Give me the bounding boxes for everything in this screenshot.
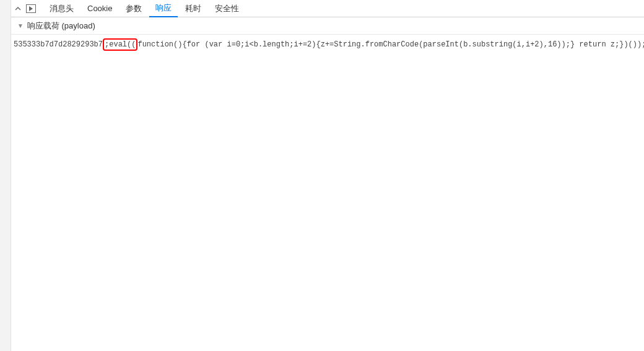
left-gutter	[0, 0, 11, 351]
tab-headers[interactable]: 消息头	[43, 0, 80, 17]
disclosure-triangle-icon: ▼	[17, 22, 24, 29]
payload-pre-text: 535333b7d7d2829293b7	[14, 40, 103, 49]
highlight-annotation: ;eval((	[103, 38, 137, 51]
main-panel: 消息头 Cookie 参数 响应 耗时 安全性 ▼ 响应载荷 (payload)…	[11, 0, 644, 351]
payload-code[interactable]: 535333b7d7d2829293b7;eval((function(){fo…	[14, 38, 644, 51]
tab-bar: 消息头 Cookie 参数 响应 耗时 安全性	[11, 0, 644, 17]
tab-timing[interactable]: 耗时	[179, 0, 207, 17]
section-header-payload[interactable]: ▼ 响应载荷 (payload)	[11, 17, 644, 35]
tab-security[interactable]: 安全性	[209, 0, 245, 17]
section-title: 响应载荷 (payload)	[27, 20, 95, 32]
payload-area: 535333b7d7d2829293b7;eval((function(){fo…	[11, 35, 644, 351]
play-icon[interactable]	[25, 3, 37, 14]
tab-params[interactable]: 参数	[120, 0, 148, 17]
tab-response[interactable]: 响应	[149, 0, 178, 17]
collapse-caret-icon[interactable]	[14, 6, 22, 12]
tab-cookie[interactable]: Cookie	[81, 0, 118, 17]
payload-post-text: function(){for (var i=0;i<b.length;i+=2)…	[137, 40, 644, 49]
